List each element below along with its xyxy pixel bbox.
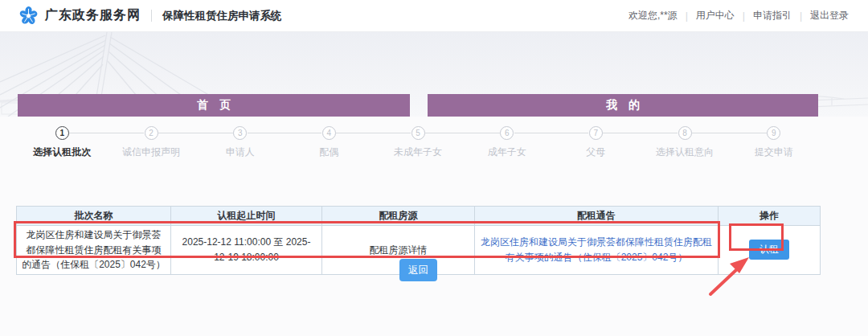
cell-housing: 配租房源详情 [322, 226, 475, 275]
cell-notice: 龙岗区住房和建设局关于御景荟都保障性租赁住房配租有关事项的通告（住保租〔2025… [475, 226, 719, 275]
hero-strip: 首 页 我 的 [0, 32, 868, 117]
step-parents: 7 父母 [551, 126, 641, 159]
step-integrity-declaration: 2 诚信申报声明 [107, 126, 196, 159]
nav-separator: | [800, 10, 802, 22]
cell-time-range: 2025-12-12 11:00:00 至 2025-12-19 18:00:0… [171, 226, 322, 275]
notice-link[interactable]: 龙岗区住房和建设局关于御景荟都保障性租赁住房配租有关事项的通告（住保租〔2025… [481, 236, 712, 263]
top-header: 广东政务服务网 保障性租赁住房申请系统 欢迎您,**源 | 用户中心 | 申请指… [0, 0, 868, 32]
col-time-range: 认租起止时间 [171, 207, 322, 226]
step-label: 诚信申报声明 [122, 145, 180, 159]
step-label: 申请人 [226, 145, 255, 159]
col-housing: 配租房源 [322, 207, 475, 226]
step-applicant: 3 申请人 [195, 126, 285, 159]
step-circle: 2 [145, 126, 158, 140]
table-header-row: 批次名称 认租起止时间 配租房源 配租通告 操作 [17, 207, 821, 226]
page-root: 广东政务服务网 保障性租赁住房申请系统 欢迎您,**源 | 用户中心 | 申请指… [0, 0, 868, 336]
nav-logout[interactable]: 退出登录 [810, 9, 849, 23]
col-action: 操作 [719, 207, 821, 226]
step-rent-intention: 8 选择认租意向 [641, 126, 730, 159]
step-select-batch: 1 选择认租批次 [18, 126, 107, 159]
col-notice: 配租通告 [475, 207, 719, 226]
step-circle: 3 [233, 126, 247, 140]
step-circle: 7 [589, 126, 603, 140]
cell-batch-name: 龙岗区住房和建设局关于御景荟都保障性租赁住房配租有关事项的通告（住保租〔2025… [17, 226, 171, 275]
tab-mine[interactable]: 我 的 [428, 94, 818, 117]
brand-area: 广东政务服务网 保障性租赁住房申请系统 [19, 6, 282, 25]
step-label: 选择认租批次 [33, 145, 91, 159]
nav-separator: | [686, 10, 688, 22]
step-label: 成年子女 [488, 145, 526, 159]
step-circle: 8 [678, 126, 692, 140]
step-label: 提交申请 [755, 145, 793, 159]
housing-detail-link[interactable]: 配租房源详情 [370, 244, 428, 256]
system-title: 保障性租赁住房申请系统 [162, 9, 282, 23]
nav-user-center[interactable]: 用户中心 [696, 9, 735, 23]
step-label: 未成年子女 [394, 145, 442, 159]
step-circle: 1 [55, 126, 69, 140]
col-batch-name: 批次名称 [17, 207, 171, 226]
brand-divider [151, 10, 152, 22]
step-circle: 9 [767, 126, 780, 140]
step-label: 配偶 [319, 145, 338, 159]
step-circle: 4 [322, 126, 336, 140]
step-label: 选择认租意向 [656, 145, 714, 159]
welcome-text: 欢迎您,**源 [628, 9, 678, 23]
step-adult-children: 6 成年子女 [462, 126, 551, 159]
step-spouse: 4 配偶 [285, 126, 374, 159]
back-button[interactable]: 返回 [399, 259, 437, 281]
step-minor-children: 5 未成年子女 [374, 126, 463, 159]
nav-apply-guide[interactable]: 申请指引 [753, 9, 792, 23]
site-name: 广东政务服务网 [45, 7, 141, 24]
tab-mine-label: 我 的 [606, 98, 640, 113]
gov-flower-logo-icon [19, 6, 38, 25]
step-progress: 1 选择认租批次 2 诚信申报声明 3 申请人 4 配偶 5 未成年子女 6 成… [18, 126, 818, 159]
tab-home-label: 首 页 [197, 98, 231, 113]
cell-action: 认租 [719, 226, 821, 275]
step-circle: 6 [500, 126, 514, 140]
step-label: 父母 [586, 145, 605, 159]
step-circle: 5 [411, 126, 425, 140]
step-submit: 9 提交申请 [729, 126, 818, 159]
rent-button[interactable]: 认租 [749, 240, 789, 260]
user-nav: 欢迎您,**源 | 用户中心 | 申请指引 | 退出登录 [628, 9, 849, 23]
nav-separator: | [743, 10, 745, 22]
tab-home[interactable]: 首 页 [18, 94, 410, 117]
